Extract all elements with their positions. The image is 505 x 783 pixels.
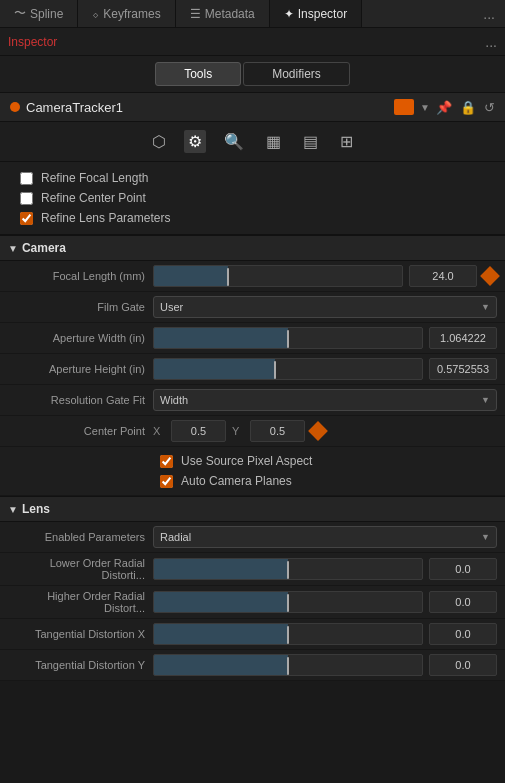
center-point-x-input[interactable] (171, 420, 226, 442)
node-header: CameraTracker1 ▼ 📌 🔒 ↺ (0, 93, 505, 122)
resolution-gate-control: Width ▼ (153, 389, 497, 411)
modifiers-button[interactable]: Modifiers (243, 62, 350, 86)
node-dropdown-arrow[interactable]: ▼ (420, 102, 430, 113)
aperture-height-slider[interactable] (153, 358, 423, 380)
tangential-x-input[interactable] (429, 623, 497, 645)
tools-button[interactable]: Tools (155, 62, 241, 86)
refine-checkboxes: Refine Focal Length Refine Center Point … (0, 162, 505, 235)
film-gate-control: User ▼ (153, 296, 497, 318)
tab-inspector[interactable]: ✦ Inspector (270, 0, 362, 27)
aperture-width-slider[interactable] (153, 327, 423, 349)
higher-radial-input[interactable] (429, 591, 497, 613)
node-color-picker[interactable] (394, 99, 414, 115)
center-point-row: Center Point X Y (0, 416, 505, 447)
focal-length-keyframe[interactable] (480, 266, 500, 286)
tangential-x-control (153, 623, 497, 645)
use-source-pixel-checkbox[interactable] (160, 455, 173, 468)
toolbar-icon-1[interactable]: ⬡ (148, 130, 170, 153)
tangential-y-slider[interactable] (153, 654, 423, 676)
aperture-width-control: 1.064222 (153, 327, 497, 349)
use-source-pixel-row: Use Source Pixel Aspect (160, 451, 497, 471)
use-source-pixel-label: Use Source Pixel Aspect (181, 454, 312, 468)
refine-focal-length-row: Refine Focal Length (20, 168, 485, 188)
film-gate-dropdown[interactable]: User ▼ (153, 296, 497, 318)
refine-center-point-row: Refine Center Point (20, 188, 485, 208)
tangential-x-row: Tangential Distortion X (0, 619, 505, 650)
center-point-label: Center Point (8, 425, 153, 437)
aperture-width-input[interactable]: 1.064222 (429, 327, 497, 349)
tab-spline[interactable]: 〜 Spline (0, 0, 78, 27)
node-name: CameraTracker1 (26, 100, 388, 115)
node-pin-icon[interactable]: 📌 (436, 100, 452, 115)
x-label: X (153, 425, 165, 437)
film-gate-dropdown-arrow: ▼ (481, 302, 490, 312)
spline-icon: 〜 (14, 5, 26, 22)
lower-radial-input[interactable] (429, 558, 497, 580)
toolbar-icon-3[interactable]: 🔍 (220, 130, 248, 153)
refine-center-point-checkbox[interactable] (20, 192, 33, 205)
camera-collapse-arrow: ▼ (8, 243, 18, 254)
toolbar-icon-6[interactable]: ⊞ (336, 130, 357, 153)
resolution-gate-dropdown[interactable]: Width ▼ (153, 389, 497, 411)
lens-section-header[interactable]: ▼ Lens (0, 496, 505, 522)
aperture-height-input[interactable]: 0.5752553 (429, 358, 497, 380)
camera-params: Focal Length (mm) 24.0 Film Gate User ▼ … (0, 261, 505, 496)
inspector-menu-button[interactable]: ... (485, 34, 497, 50)
node-action-icons: 📌 🔒 ↺ (436, 100, 495, 115)
icon-toolbar: ⬡ ⚙ 🔍 ▦ ▤ ⊞ (0, 122, 505, 162)
tab-metadata[interactable]: ☰ Metadata (176, 0, 270, 27)
focal-length-input[interactable]: 24.0 (409, 265, 477, 287)
refine-center-point-label: Refine Center Point (41, 191, 146, 205)
tab-more-button[interactable]: ... (473, 6, 505, 22)
tangential-x-label: Tangential Distortion X (8, 628, 153, 640)
refine-focal-length-label: Refine Focal Length (41, 171, 148, 185)
focal-length-label: Focal Length (mm) (8, 270, 153, 282)
enabled-params-row: Enabled Parameters Radial ▼ (0, 522, 505, 553)
camera-section-header[interactable]: ▼ Camera (0, 235, 505, 261)
focal-length-slider[interactable] (153, 265, 403, 287)
aperture-height-row: Aperture Height (in) 0.5752553 (0, 354, 505, 385)
resolution-gate-dropdown-arrow: ▼ (481, 395, 490, 405)
lower-radial-slider[interactable] (153, 558, 423, 580)
lower-radial-control (153, 558, 497, 580)
tab-keyframes[interactable]: ⬦ Keyframes (78, 0, 175, 27)
enabled-params-label: Enabled Parameters (8, 531, 153, 543)
lower-radial-label: Lower Order Radial Distorti... (8, 557, 153, 581)
node-refresh-icon[interactable]: ↺ (484, 100, 495, 115)
toolbar-icon-4[interactable]: ▦ (262, 130, 285, 153)
higher-radial-slider[interactable] (153, 591, 423, 613)
refine-lens-params-checkbox[interactable] (20, 212, 33, 225)
enabled-params-dropdown-arrow: ▼ (481, 532, 490, 542)
center-point-y-input[interactable] (250, 420, 305, 442)
enabled-params-control: Radial ▼ (153, 526, 497, 548)
node-lock-icon[interactable]: 🔒 (460, 100, 476, 115)
focal-length-control: 24.0 (153, 265, 497, 287)
metadata-icon: ☰ (190, 7, 201, 21)
tangential-y-input[interactable] (429, 654, 497, 676)
node-status-dot (10, 102, 20, 112)
center-point-control: X Y (153, 420, 497, 442)
inspector-title: Inspector (8, 35, 57, 49)
film-gate-label: Film Gate (8, 301, 153, 313)
film-gate-row: Film Gate User ▼ (0, 292, 505, 323)
keyframes-icon: ⬦ (92, 7, 99, 21)
refine-focal-length-checkbox[interactable] (20, 172, 33, 185)
refine-lens-params-row: Refine Lens Parameters (20, 208, 485, 228)
focal-length-row: Focal Length (mm) 24.0 (0, 261, 505, 292)
resolution-gate-label: Resolution Gate Fit (8, 394, 153, 406)
auto-camera-planes-label: Auto Camera Planes (181, 474, 292, 488)
auto-camera-planes-checkbox[interactable] (160, 475, 173, 488)
higher-radial-control (153, 591, 497, 613)
lens-params: Enabled Parameters Radial ▼ Lower Order … (0, 522, 505, 681)
enabled-params-dropdown[interactable]: Radial ▼ (153, 526, 497, 548)
toolbar-icon-5[interactable]: ▤ (299, 130, 322, 153)
tangential-y-control (153, 654, 497, 676)
center-point-keyframe[interactable] (308, 421, 328, 441)
higher-radial-label: Higher Order Radial Distort... (8, 590, 153, 614)
y-label: Y (232, 425, 244, 437)
lens-collapse-arrow: ▼ (8, 504, 18, 515)
aperture-height-label: Aperture Height (in) (8, 363, 153, 375)
tangential-x-slider[interactable] (153, 623, 423, 645)
toolbar-icon-2[interactable]: ⚙ (184, 130, 206, 153)
aperture-width-label: Aperture Width (in) (8, 332, 153, 344)
